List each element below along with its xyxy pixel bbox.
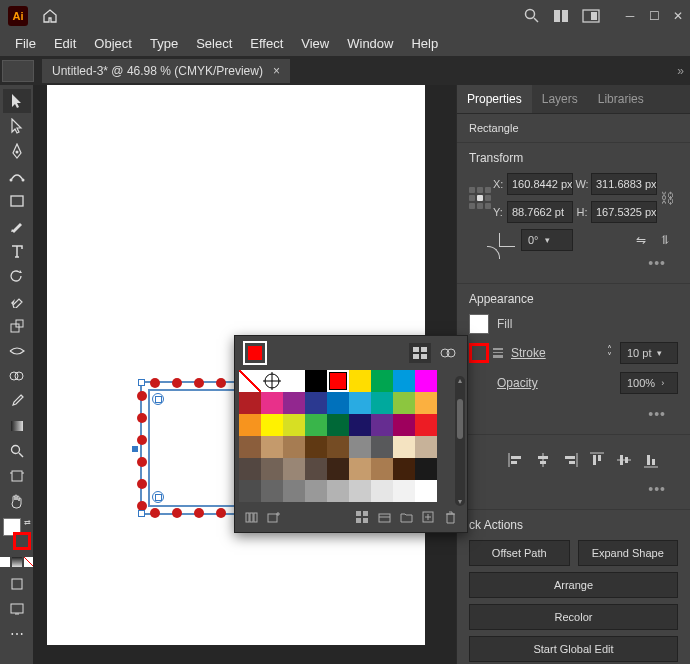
swatch-cell[interactable] [261, 480, 283, 502]
swatch-cell[interactable] [239, 392, 261, 414]
folder-icon[interactable] [397, 508, 415, 526]
align-top-icon[interactable] [587, 451, 607, 469]
swatch-cell[interactable] [305, 436, 327, 458]
stroke-stepper[interactable]: ˄˅ [607, 346, 612, 360]
more-options-icon[interactable]: ••• [648, 481, 666, 497]
swatch-cell[interactable] [371, 480, 393, 502]
swatch-cell[interactable] [305, 392, 327, 414]
swatch-cell[interactable] [371, 436, 393, 458]
edit-toolbar-icon[interactable]: ⋯ [3, 622, 31, 646]
expand-panels-icon[interactable]: » [677, 64, 684, 78]
opacity-field[interactable]: 100%› [620, 372, 678, 394]
workspace-switch-icon[interactable] [578, 3, 604, 29]
swatch-cell[interactable] [261, 436, 283, 458]
align-hcenter-icon[interactable] [533, 451, 553, 469]
swatch-cell[interactable] [415, 370, 437, 392]
rotate-tool[interactable] [3, 264, 31, 288]
swatch-cell[interactable] [305, 458, 327, 480]
rotation-field[interactable]: 0°▾ [521, 229, 573, 251]
tab-libraries[interactable]: Libraries [588, 85, 654, 113]
reference-point[interactable] [469, 187, 491, 209]
current-stroke-swatch[interactable] [243, 341, 267, 365]
menu-view[interactable]: View [292, 32, 338, 55]
swatch-cell[interactable] [415, 414, 437, 436]
stroke-weight-field[interactable]: 10 pt▾ [620, 342, 678, 364]
offset-path-button[interactable]: Offset Path [469, 540, 570, 566]
swatch-cell[interactable] [283, 480, 305, 502]
swatch-cell[interactable] [327, 370, 349, 392]
menu-select[interactable]: Select [187, 32, 241, 55]
swatch-cell[interactable] [415, 392, 437, 414]
screen-mode-icon[interactable] [3, 597, 31, 621]
width-tool[interactable] [3, 339, 31, 363]
stroke-color[interactable] [469, 343, 489, 363]
stroke-options-icon[interactable] [493, 348, 503, 358]
fill-stroke-control[interactable]: ⇄ [3, 518, 31, 550]
swatch-cell[interactable] [349, 436, 371, 458]
menu-file[interactable]: File [6, 32, 45, 55]
global-edit-button[interactable]: Start Global Edit [469, 636, 678, 662]
swatch-cell[interactable] [283, 458, 305, 480]
swatch-scrollbar[interactable]: ▴ ▾ [455, 376, 465, 506]
align-right-icon[interactable] [560, 451, 580, 469]
flip-v-icon[interactable]: ⥮ [660, 233, 670, 247]
swatch-cell[interactable] [393, 370, 415, 392]
swatch-cell[interactable] [415, 480, 437, 502]
swatch-libraries-icon[interactable] [243, 508, 261, 526]
sidebar-toggle[interactable] [2, 60, 34, 82]
arrange-docs-icon[interactable] [548, 3, 574, 29]
draw-mode-icon[interactable] [3, 572, 31, 596]
tab-properties[interactable]: Properties [457, 85, 532, 113]
swatch-cell[interactable] [239, 458, 261, 480]
swatch-cell[interactable] [349, 370, 371, 392]
rectangle-tool[interactable] [3, 189, 31, 213]
w-field[interactable]: 311.6883 px [591, 173, 657, 195]
curvature-tool[interactable] [3, 164, 31, 188]
menu-window[interactable]: Window [338, 32, 402, 55]
color-mode-none[interactable] [24, 557, 34, 567]
swatch-options-icon[interactable] [353, 508, 371, 526]
swatch-cell[interactable] [283, 414, 305, 436]
minimize-button[interactable]: ─ [618, 5, 642, 27]
swatch-cell[interactable] [261, 458, 283, 480]
document-tab[interactable]: Untitled-3* @ 46.98 % (CMYK/Preview) × [42, 59, 290, 83]
selection-tool[interactable] [3, 89, 31, 113]
type-tool[interactable] [3, 239, 31, 263]
swatch-cell[interactable] [327, 458, 349, 480]
menu-type[interactable]: Type [141, 32, 187, 55]
swatch-cell[interactable] [261, 392, 283, 414]
swatch-cell[interactable] [371, 458, 393, 480]
new-color-group-icon[interactable] [375, 508, 393, 526]
swap-fill-stroke-icon[interactable]: ⇄ [24, 518, 31, 527]
swatch-cell[interactable] [393, 392, 415, 414]
swatch-cell[interactable] [371, 414, 393, 436]
h-field[interactable]: 167.5325 px [591, 201, 657, 223]
more-options-icon[interactable]: ••• [648, 255, 666, 271]
align-bottom-icon[interactable] [641, 451, 661, 469]
swatch-cell[interactable] [415, 436, 437, 458]
maximize-button[interactable]: ☐ [642, 5, 666, 27]
swatch-cell[interactable] [393, 480, 415, 502]
search-icon[interactable] [518, 3, 544, 29]
fill-color[interactable] [469, 314, 489, 334]
recolor-button[interactable]: Recolor [469, 604, 678, 630]
swatch-cell[interactable] [349, 458, 371, 480]
swatch-cell[interactable] [305, 414, 327, 436]
new-swatch-icon[interactable] [419, 508, 437, 526]
menu-effect[interactable]: Effect [241, 32, 292, 55]
swatch-cell[interactable] [305, 480, 327, 502]
stroke-swatch[interactable] [13, 532, 31, 550]
close-tab-icon[interactable]: × [273, 64, 280, 78]
swatch-cell[interactable] [415, 458, 437, 480]
swatch-cell[interactable] [393, 414, 415, 436]
swatch-cell[interactable] [283, 436, 305, 458]
expand-shape-button[interactable]: Expand Shape [578, 540, 679, 566]
swatch-cell[interactable] [239, 436, 261, 458]
swatch-cell[interactable] [261, 370, 283, 392]
align-vcenter-icon[interactable] [614, 451, 634, 469]
y-field[interactable]: 88.7662 pt [507, 201, 573, 223]
pen-tool[interactable] [3, 139, 31, 163]
swatch-cell[interactable] [327, 414, 349, 436]
color-mode-solid[interactable] [0, 557, 10, 567]
paintbrush-tool[interactable] [3, 214, 31, 238]
